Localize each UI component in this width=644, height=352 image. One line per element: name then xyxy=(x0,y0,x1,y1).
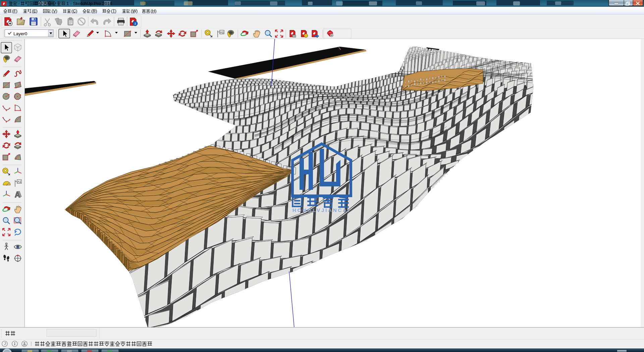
svg-text:(R): (R) xyxy=(91,9,97,13)
svg-text:Layer0: Layer0 xyxy=(13,31,27,36)
svg-text:A1: A1 xyxy=(220,31,224,34)
svg-text:(H): (H) xyxy=(151,9,156,13)
svg-text:A1: A1 xyxy=(17,180,21,183)
svg-text:1 - SketchUp Pro 2018: 1 - SketchUp Pro 2018 xyxy=(66,1,112,6)
svg-text:(E): (E) xyxy=(32,9,38,13)
svg-text:(V): (V) xyxy=(52,9,57,13)
svg-text:(T): (T) xyxy=(111,9,116,13)
svg-text:(W): (W) xyxy=(131,9,138,13)
svg-text:-: - xyxy=(18,1,19,6)
svg-text:(C): (C) xyxy=(71,9,77,13)
svg-text:(F): (F) xyxy=(12,9,17,13)
svg-text:HONGLVJIANCAI: HONGLVJIANCAI xyxy=(292,207,351,213)
